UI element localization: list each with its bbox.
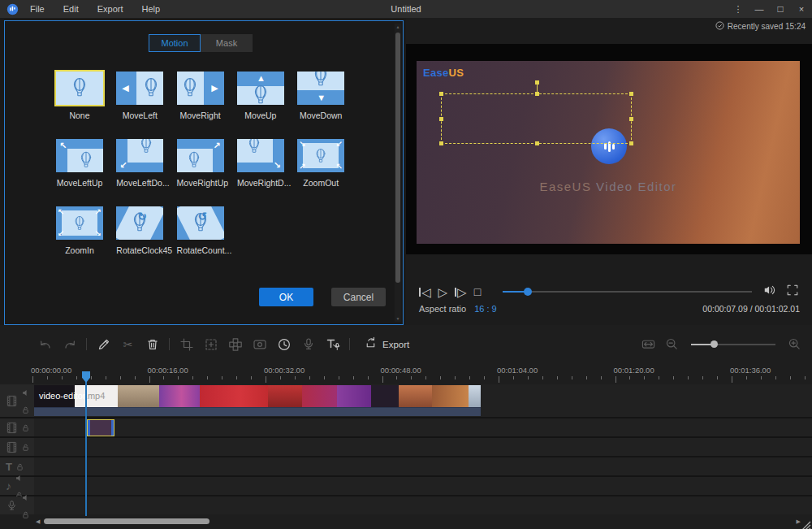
more-menu-button[interactable]: ⋮ <box>728 0 749 18</box>
lock-icon[interactable] <box>22 440 29 454</box>
scroll-left-icon[interactable]: ◀ <box>36 518 40 525</box>
selected-overlay-clip[interactable] <box>87 419 114 436</box>
resize-handle[interactable] <box>535 92 539 96</box>
effect-thumbnail[interactable]: ↻ <box>116 206 163 240</box>
effect-none[interactable]: None <box>56 72 116 139</box>
effect-rotateclock45[interactable]: ↻RotateClock45 <box>116 206 176 274</box>
scroll-thumb[interactable] <box>44 518 209 524</box>
tab-motion[interactable]: Motion <box>149 34 201 52</box>
edit-pencil-icon[interactable] <box>96 336 111 352</box>
stop-button[interactable]: □ <box>474 286 481 297</box>
scrollbar-up-icon[interactable]: ▲ <box>395 24 401 29</box>
effect-thumbnail[interactable]: ↖ <box>56 139 103 172</box>
effect-moverightup[interactable]: ↗MoveRightUp <box>177 139 237 206</box>
zoom-out-icon[interactable] <box>664 336 680 352</box>
menu-export[interactable]: Export <box>97 4 123 14</box>
resize-handle[interactable] <box>629 92 633 96</box>
video-frame[interactable]: EaseUS EaseUS Video Editor <box>417 61 800 244</box>
track-head-voiceover[interactable] <box>0 496 34 514</box>
fullscreen-icon[interactable] <box>786 284 799 300</box>
lock-icon[interactable] <box>22 402 29 417</box>
seek-slider[interactable] <box>503 291 752 293</box>
track-lane-video[interactable]: video-editor.mp4 <box>34 384 812 417</box>
effect-thumbnail[interactable]: ↙ <box>116 139 163 172</box>
zoom-in-icon[interactable] <box>787 336 802 352</box>
undo-icon[interactable] <box>37 336 53 352</box>
resize-handle[interactable] <box>629 117 633 121</box>
menu-help[interactable]: Help <box>142 4 161 14</box>
effect-thumbnail[interactable] <box>56 72 103 105</box>
track-lane-music[interactable] <box>34 477 812 495</box>
resize-handle[interactable] <box>439 117 443 121</box>
delete-trash-icon[interactable] <box>145 336 160 352</box>
mask-icon[interactable] <box>252 336 267 352</box>
effect-moveup[interactable]: ▲MoveUp <box>237 72 297 139</box>
effect-thumbnail[interactable]: ↗ <box>177 139 224 172</box>
effect-zoomin[interactable]: ↖↗↙↘ZoomIn <box>56 206 116 274</box>
effect-moveleft[interactable]: ◀MoveLeft <box>116 72 176 139</box>
track-head-video-overlay-1[interactable] <box>0 418 34 436</box>
previous-frame-button[interactable]: ◁ <box>419 286 431 298</box>
menu-file[interactable]: File <box>30 4 45 14</box>
maximize-button[interactable]: □ <box>770 0 791 18</box>
effect-thumbnail[interactable]: ↺ <box>177 206 224 240</box>
close-button[interactable]: × <box>791 0 812 18</box>
minimize-button[interactable]: — <box>749 0 770 18</box>
horizontal-scrollbar[interactable]: ◀ ▶ <box>0 518 812 526</box>
arrange-icon[interactable] <box>227 336 243 352</box>
effect-thumbnail[interactable]: ▲ <box>237 72 284 105</box>
scrollbar-down-icon[interactable]: ▼ <box>395 316 401 321</box>
effect-zoomout[interactable]: ↘↙↗↖ZoomOut <box>297 139 357 206</box>
redo-icon[interactable] <box>62 336 77 352</box>
track-head-video[interactable] <box>0 384 34 417</box>
resize-handle[interactable] <box>439 141 443 145</box>
seek-thumb[interactable] <box>524 288 532 296</box>
zoom-slider-thumb[interactable] <box>710 340 718 348</box>
effect-moveleftup[interactable]: ↖MoveLeftUp <box>56 139 116 206</box>
video-clip[interactable]: video-editor.mp4 <box>34 385 481 416</box>
play-button[interactable]: ▷ <box>438 286 448 298</box>
effect-thumbnail[interactable]: ▼ <box>297 72 344 105</box>
export-button[interactable]: Export <box>364 336 409 353</box>
speaker-icon[interactable] <box>22 490 29 505</box>
resize-handle[interactable] <box>439 92 443 96</box>
effect-thumbnail[interactable]: ↖↗↙↘ <box>56 206 103 240</box>
dialog-scrollbar[interactable]: ▲ ▼ <box>395 24 401 322</box>
effect-moverightd[interactable]: ↘MoveRightD... <box>237 139 297 206</box>
track-lane-voiceover[interactable] <box>34 496 812 514</box>
effect-movedown[interactable]: ▼MoveDown <box>297 72 357 139</box>
ok-button[interactable]: OK <box>259 288 313 306</box>
tab-mask[interactable]: Mask <box>201 34 253 52</box>
record-mic-icon[interactable] <box>300 336 316 352</box>
scale-icon[interactable] <box>203 336 218 352</box>
track-lane-video-overlay-2[interactable] <box>34 438 812 456</box>
lock-icon[interactable] <box>22 420 29 435</box>
scrollbar-thumb[interactable] <box>395 33 400 283</box>
timeline-zoom-slider[interactable] <box>691 344 775 345</box>
menu-edit[interactable]: Edit <box>63 4 79 14</box>
effect-thumbnail[interactable]: ↘ <box>237 139 284 172</box>
fit-timeline-icon[interactable] <box>641 336 656 352</box>
track-head-video-overlay-2[interactable] <box>0 438 34 456</box>
selection-box[interactable] <box>441 93 632 144</box>
resize-handle[interactable] <box>629 141 633 145</box>
effect-thumbnail[interactable]: ↘↙↗↖ <box>297 139 344 172</box>
volume-icon[interactable] <box>763 284 776 300</box>
effect-rotatecount[interactable]: ↺RotateCount... <box>177 206 237 274</box>
effect-thumbnail[interactable]: ▶ <box>177 72 224 105</box>
resize-handle[interactable] <box>535 141 539 145</box>
effect-thumbnail[interactable]: ◀ <box>116 72 163 105</box>
next-frame-button[interactable]: ▷ <box>455 286 467 298</box>
text-to-speech-icon[interactable] <box>325 336 340 352</box>
rotation-handle[interactable] <box>535 80 539 85</box>
speaker-icon[interactable] <box>22 385 29 400</box>
effect-moveleftdo[interactable]: ↙MoveLeftDo... <box>116 139 176 206</box>
cancel-button[interactable]: Cancel <box>331 288 386 306</box>
effect-moveright[interactable]: ▶MoveRight <box>177 72 237 139</box>
track-lane-text[interactable] <box>34 457 812 475</box>
speaker-icon[interactable] <box>15 470 23 485</box>
resize-grip-icon[interactable] <box>801 519 811 529</box>
timeline-ruler[interactable]: 00:00:00.0000:00:16.0000:00:32.0000:00:4… <box>0 363 812 384</box>
scroll-right-icon[interactable]: ▶ <box>797 518 801 525</box>
split-scissors-icon[interactable]: ✂ <box>120 336 136 352</box>
